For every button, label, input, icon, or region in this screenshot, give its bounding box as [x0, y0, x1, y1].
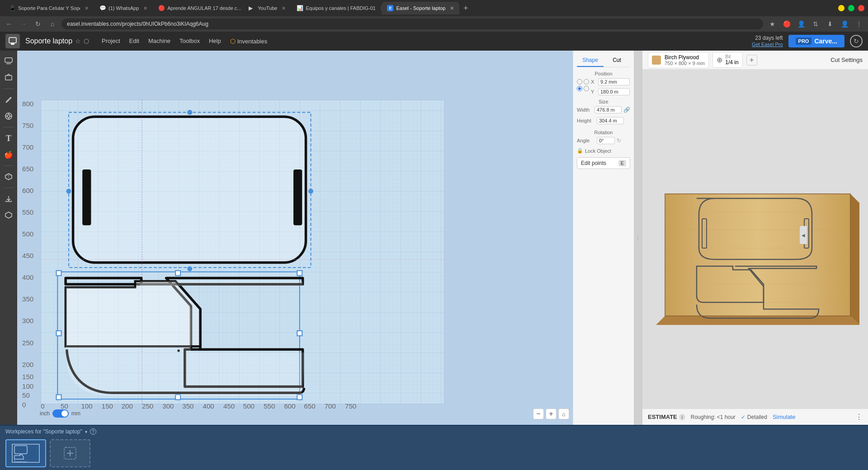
position-radio-tc[interactable] — [584, 79, 589, 85]
svg-text:0: 0 — [22, 401, 26, 409]
shape-tool-button[interactable] — [1, 70, 16, 85]
bit-info: Bit 1/4 in — [725, 54, 738, 66]
maximize-button[interactable] — [848, 5, 854, 11]
height-input[interactable] — [597, 117, 624, 124]
svg-text:500: 500 — [243, 402, 255, 410]
toggle-thumb — [61, 410, 68, 417]
new-tab-button[interactable]: + — [459, 2, 472, 14]
edit-points-button[interactable]: Edit points E — [577, 157, 630, 169]
reload-button[interactable]: ↻ — [33, 19, 43, 29]
account-button[interactable]: 👤 — [839, 19, 850, 29]
position-radio-ml[interactable] — [577, 86, 582, 91]
shape-panel-content: Shape Cut Position — [573, 51, 634, 173]
tab-2-close[interactable]: ✕ — [143, 5, 147, 11]
menu-help[interactable]: Help — [205, 36, 225, 47]
position-radio-mc[interactable] — [584, 86, 589, 91]
pen-tool-button[interactable] — [1, 93, 16, 107]
unit-toggle[interactable]: inch mm — [40, 409, 80, 418]
bookmark-button[interactable]: ★ — [767, 19, 778, 29]
workpiece-item-1[interactable] — [5, 439, 46, 467]
tab-6[interactable]: E Easel - Soporte laptop ✕ — [382, 2, 459, 14]
rotate-icon[interactable]: ↻ — [617, 137, 621, 144]
tab-6-close[interactable]: ✕ — [450, 5, 454, 11]
svg-text:200: 200 — [22, 361, 33, 368]
browser-nav-icons: ★ 🔴 👤 ⇅ ⬇ 👤 ⋮ — [767, 19, 864, 29]
menu-edit[interactable]: Edit — [126, 36, 143, 47]
extensions-button[interactable]: 🔴 — [781, 19, 792, 29]
simulate-button[interactable]: Simulate — [773, 414, 796, 420]
left-toolbar: T 🍎 — [0, 51, 17, 425]
svg-point-65 — [177, 349, 179, 352]
menu-machine[interactable]: Machine — [145, 36, 174, 47]
zoom-out-button[interactable]: − — [533, 409, 544, 419]
workpieces-help-icon[interactable]: ? — [90, 428, 96, 435]
text-tool-button[interactable]: T — [1, 131, 16, 146]
image-tool-button[interactable]: 🍎 — [1, 147, 16, 162]
lock-aspect-icon[interactable]: 🔗 — [623, 107, 630, 113]
cut-settings-button[interactable]: Cut Settings — [830, 56, 863, 63]
app-title-text: Soporte laptop — [25, 37, 72, 45]
download-button[interactable]: ⬇ — [825, 19, 835, 29]
workpiece-1-thumbnail — [10, 442, 42, 465]
bit-chip[interactable]: ⊕ Bit 1/4 in — [712, 52, 742, 68]
close-button[interactable] — [858, 5, 864, 11]
back-button[interactable]: ← — [4, 19, 14, 29]
angle-input[interactable] — [597, 137, 615, 144]
workpieces-chevron-icon[interactable]: ▾ — [85, 429, 87, 434]
svg-rect-58 — [297, 271, 302, 276]
address-bar[interactable]: easel.inventables.com/projects/0hUIOkPb6… — [61, 19, 763, 29]
preview-toolbar: Birch Plywood 750 × 800 × 9 mm ⊕ Bit 1/4… — [642, 51, 868, 70]
material-info: Birch Plywood 750 × 800 × 9 mm — [665, 54, 705, 66]
tab-5[interactable]: 📊 Equipos y canales | FABDIG-01 ✕ — [291, 2, 382, 14]
x-input[interactable] — [598, 78, 630, 85]
material-chip[interactable]: Birch Plywood 750 × 800 × 9 mm — [648, 52, 709, 68]
preview-more-button[interactable]: ⋮ — [855, 413, 863, 421]
refresh-button[interactable]: ↻ — [850, 35, 863, 47]
3d-tool-button[interactable] — [1, 208, 16, 222]
add-workpiece-button[interactable] — [50, 439, 90, 467]
tab-3[interactable]: 🔴 Aprende ANGULAR 17 desde c... ✕ — [153, 2, 243, 14]
lock-row[interactable]: 🔒 Lock Object — [577, 148, 630, 154]
import-tool-button[interactable] — [1, 192, 16, 206]
menu-inventables[interactable]: ⬡ Inventables — [226, 36, 271, 47]
estimate-info-icon[interactable]: i — [679, 414, 685, 420]
y-input[interactable] — [598, 88, 630, 95]
share-icon[interactable]: ⬡ — [84, 38, 89, 45]
tab-cut[interactable]: Cut — [604, 54, 630, 67]
tab-2[interactable]: 💬 (1) WhatsApp ✕ — [94, 2, 153, 14]
menu-toolbox[interactable]: Toolbox — [176, 36, 203, 47]
canvas-container[interactable]: 800 750 700 650 600 550 500 450 400 350 … — [17, 51, 573, 425]
target-tool-button[interactable] — [1, 109, 16, 123]
svg-rect-63 — [57, 331, 61, 336]
svg-text:750: 750 — [345, 402, 356, 410]
menu-project[interactable]: Project — [98, 36, 123, 47]
sync-button[interactable]: ⇅ — [810, 19, 821, 29]
add-operation-button[interactable]: + — [746, 55, 757, 66]
box-tool-button[interactable] — [1, 169, 16, 184]
more-options-button[interactable]: ⋮ — [854, 19, 864, 29]
tab-shape[interactable]: Shape — [577, 54, 604, 67]
shape-top[interactable] — [66, 110, 313, 271]
home-nav-button[interactable]: ⌂ — [47, 19, 58, 29]
get-easel-pro-link[interactable]: Get Easel Pro — [752, 42, 783, 47]
tab-4[interactable]: ▶ YouTube ✕ — [243, 2, 291, 14]
svg-text:250: 250 — [142, 402, 153, 410]
select-tool-button[interactable] — [1, 54, 16, 69]
svg-point-52 — [308, 189, 313, 194]
star-icon[interactable]: ☆ — [75, 38, 81, 45]
canvas-home-button[interactable]: ⌂ — [558, 409, 569, 419]
position-radio-tl[interactable] — [577, 79, 582, 85]
forward-button[interactable]: → — [18, 19, 29, 29]
zoom-in-button[interactable]: + — [546, 409, 557, 419]
panel-collapse-left-toggle[interactable]: ◀ — [800, 226, 807, 244]
width-input[interactable] — [594, 106, 622, 113]
tab-1[interactable]: 📱 Soporte Para Celular Y Sopor... ✕ — [4, 2, 94, 14]
tab-4-close[interactable]: ✕ — [282, 5, 286, 11]
toggle-switch[interactable] — [52, 409, 69, 418]
panel-expand-toggle[interactable]: ⋮ — [634, 51, 642, 425]
tab-1-close[interactable]: ✕ — [85, 5, 89, 11]
carve-button[interactable]: PRO Carve... — [788, 35, 844, 47]
profile-button[interactable]: 👤 — [796, 19, 807, 29]
roughing-label: Roughing: <1 hour — [691, 414, 736, 420]
minimize-button[interactable] — [838, 5, 844, 11]
